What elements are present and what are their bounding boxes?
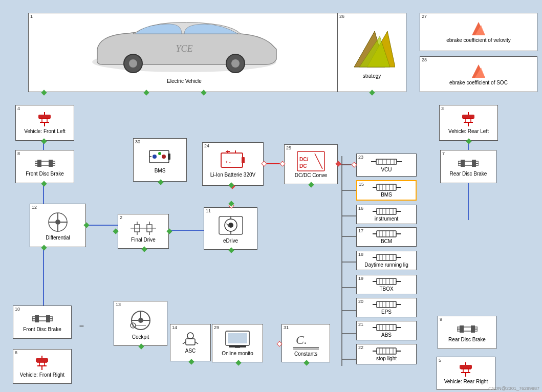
svg-line-201 (183, 342, 186, 344)
constants-icon: C. (293, 330, 319, 350)
dcdc-icon: DC/ DC (297, 151, 325, 171)
svg-rect-200 (186, 339, 195, 345)
svg-point-61 (55, 220, 60, 225)
block-front-disc-brake-bottom[interactable]: 10 Front Disc Brake (13, 306, 72, 339)
can-icon-stoplight (373, 347, 401, 355)
svg-rect-206 (228, 333, 247, 343)
svg-rect-167 (35, 315, 39, 322)
svg-line-202 (195, 342, 198, 344)
svg-rect-79 (221, 153, 243, 167)
block-battery[interactable]: 24 + - Li-Ion Batterie 320V (202, 142, 264, 186)
brake-icon-9 (457, 323, 478, 336)
block-online-monitor[interactable]: 29 Online monito (212, 324, 263, 362)
brake-icon-7 (458, 157, 479, 170)
block-vehicle-rear-right[interactable]: 5 Vehicle: Rear Right (437, 357, 495, 390)
svg-text:YCE: YCE (176, 43, 192, 54)
block-bms-can[interactable]: 15 BMS (356, 180, 417, 201)
edrive-icon (218, 214, 244, 237)
block-vehicle-rear-left[interactable]: 3 Vehicle: Rear Left (439, 105, 498, 141)
svg-rect-74 (168, 154, 170, 160)
block-rear-disc-brake-bottom[interactable]: 9 Rear Disc Brake (438, 316, 496, 349)
svg-text:DC/: DC/ (299, 157, 308, 162)
block-final-drive[interactable]: 2 Final Drive (118, 214, 169, 249)
svg-point-75 (153, 155, 157, 159)
svg-point-76 (158, 152, 161, 155)
monitor-icon (225, 330, 250, 350)
minus-sign: – (79, 321, 84, 331)
block-electric-vehicle[interactable]: 1 YCE Electric Vehicle (28, 13, 340, 92)
bms-icon (148, 146, 171, 167)
block-vehicle-front-right[interactable]: 6 Vehicle: Front Right (13, 349, 72, 384)
finaldrive-icon (131, 221, 156, 236)
block-bms-left[interactable]: 30 BMS (133, 138, 187, 182)
lookup-icon (471, 21, 486, 36)
block-front-disc-brake-top[interactable]: 8 Front Disc Brake (15, 150, 74, 183)
svg-text:+ -: + - (225, 160, 231, 165)
block-stop-light[interactable]: 22 stop light (356, 344, 417, 364)
svg-rect-51 (37, 160, 41, 167)
svg-point-77 (162, 155, 166, 159)
diff-icon (47, 211, 70, 234)
can-icon-bms (373, 184, 401, 191)
svg-rect-184 (460, 365, 472, 369)
svg-text:DC: DC (299, 163, 307, 169)
svg-rect-56 (461, 160, 465, 167)
watermark: CSDN@2301_76289987 (488, 386, 539, 391)
asc-icon (182, 332, 200, 347)
car-icon: YCE (82, 21, 287, 77)
block-dcdc[interactable]: 25 DC/ DC DC/DC Conve (284, 144, 338, 184)
lookup-soc-icon (471, 63, 486, 79)
block-strategy[interactable]: 26 strategy (337, 13, 406, 92)
block-differential[interactable]: 12 Differential (30, 204, 86, 247)
spring-icon-fr (33, 356, 51, 371)
svg-rect-168 (46, 315, 50, 322)
spring-icon-rl (460, 112, 478, 127)
svg-point-199 (187, 333, 193, 339)
brake-icon-8 (35, 157, 55, 170)
block-vehicle-front-left[interactable]: 4 Vehicle: Front Left (15, 105, 74, 141)
svg-rect-37 (38, 115, 51, 119)
block-ebrake-velocity[interactable]: 27 ebrake coefficient of velovity (420, 13, 537, 51)
spring-icon-fl (36, 112, 54, 127)
svg-rect-179 (460, 325, 464, 333)
can-icon-instrument (373, 208, 401, 215)
brake-icon-10 (32, 313, 53, 325)
svg-point-25 (129, 59, 137, 68)
can-icon-abs (373, 324, 401, 331)
diagram-canvas: 1 YCE Electric Vehicle 26 (0, 0, 542, 392)
svg-rect-180 (471, 325, 475, 333)
svg-point-27 (231, 59, 240, 68)
block-daytime[interactable]: 18 Daytime running lig (356, 251, 417, 270)
strategy-icon (349, 26, 395, 72)
svg-point-91 (228, 223, 233, 228)
can-icon-eps (373, 301, 401, 308)
block-edrive[interactable]: 11 eDrive (204, 207, 257, 250)
can-icon-vcu (371, 158, 402, 166)
svg-rect-80 (242, 157, 245, 163)
block-tbox[interactable]: 19 TBOX (356, 275, 417, 294)
svg-rect-52 (49, 160, 53, 167)
block-rear-disc-brake-top[interactable]: 7 Rear Disc Brake (440, 150, 496, 183)
battery-icon: + - (220, 150, 246, 171)
cockpit-icon (128, 308, 154, 333)
svg-rect-57 (472, 160, 476, 167)
svg-line-88 (315, 154, 322, 169)
svg-point-191 (138, 318, 143, 323)
block-cockpit[interactable]: 13 Cockpit (114, 301, 167, 346)
can-icon-daytime (373, 254, 401, 261)
block-asc[interactable]: 14 ASC (170, 324, 211, 361)
can-icon-tbox (373, 278, 401, 285)
block-ebrake-soc[interactable]: 28 ebrake coefficient of SOC (420, 56, 537, 92)
spring-icon-rr (457, 362, 475, 378)
block-instrument[interactable]: 16 instrument (356, 205, 417, 224)
block-abs[interactable]: 21 ABS (356, 321, 417, 340)
block-eps[interactable]: 20 EPS (356, 298, 417, 317)
svg-text:C.: C. (296, 333, 307, 346)
block-bcm[interactable]: 17 BCM (356, 227, 417, 247)
svg-rect-44 (462, 115, 474, 119)
can-icon-bcm (373, 230, 401, 237)
block-vcu[interactable]: 23 VCU (356, 154, 417, 177)
svg-rect-172 (36, 358, 48, 362)
block-constants[interactable]: 31 C. Constants (281, 324, 330, 362)
